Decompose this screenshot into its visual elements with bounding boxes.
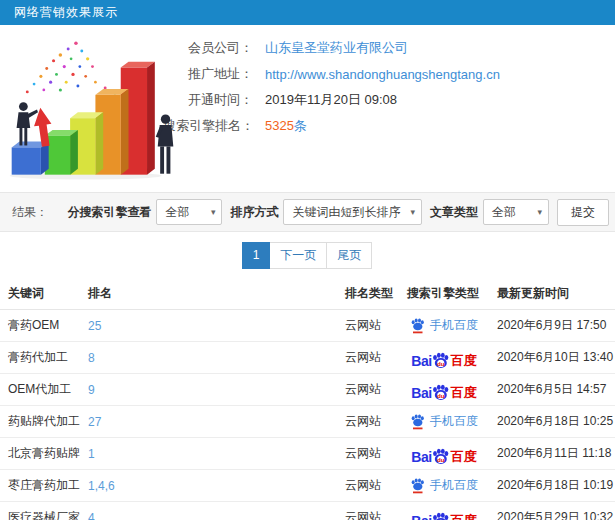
engine-cell: 手机百度 Bai du 百度 bbox=[399, 374, 489, 406]
engine-filter-label: 分搜索引擎查看 bbox=[67, 204, 151, 221]
engine-cell: 手机百度 Bai du 百度 bbox=[399, 470, 489, 502]
baidu-logo-du: du bbox=[437, 391, 445, 398]
submit-button[interactable]: 提交 bbox=[557, 199, 609, 226]
rank-link[interactable]: 1 bbox=[88, 447, 95, 461]
table-row: 枣庄膏药加工 1,4,6 云网站 手机百度 Bai bbox=[0, 470, 615, 502]
engine-cell: 手机百度 Bai du 百度 bbox=[399, 502, 489, 520]
baidu-logo: Bai du 百度 bbox=[411, 379, 476, 400]
table-row: 医疗器械厂家 4 云网站 手机百度 Bai bbox=[0, 502, 615, 520]
title-bar: 网络营销效果展示 bbox=[0, 0, 615, 25]
rank-count-value: 5325条 bbox=[265, 117, 307, 135]
keyword-cell: 膏药代加工 bbox=[0, 342, 80, 374]
keyword-cell: 药贴牌代加工 bbox=[0, 406, 80, 438]
baidu-logo: Bai du 百度 bbox=[411, 443, 476, 464]
baidu-logo-bai: Bai bbox=[411, 386, 431, 400]
engine-filter-select[interactable]: 全部 ▾ bbox=[156, 199, 222, 225]
table-row: 药贴牌代加工 27 云网站 手机百度 Bai bbox=[0, 406, 615, 438]
promo-url-link[interactable]: http://www.shandonghuangshengtang.cn bbox=[265, 67, 500, 82]
keyword-cell: 枣庄膏药加工 bbox=[0, 470, 80, 502]
rank-type-cell: 云网站 bbox=[337, 406, 399, 438]
col-header-updated: 最新更新时间 bbox=[489, 278, 615, 310]
baidu-logo: Bai du 百度 bbox=[411, 347, 476, 368]
info-row-company: 会员公司： 山东皇圣堂药业有限公司 bbox=[163, 35, 615, 61]
table-row: 膏药OEM 25 云网站 手机百度 Bai bbox=[0, 310, 615, 342]
engine-cell: 手机百度 Bai du 百度 bbox=[399, 310, 489, 342]
rank-link[interactable]: 27 bbox=[88, 415, 101, 429]
baidu-paw-icon: du bbox=[431, 351, 450, 370]
engine-filter-value: 全部 bbox=[165, 204, 189, 221]
baidu-logo-du: du bbox=[437, 359, 445, 366]
article-type-select[interactable]: 全部 ▾ bbox=[483, 199, 549, 225]
col-header-keyword: 关键词 bbox=[0, 278, 80, 310]
updated-cell: 2020年6月9日 17:50 bbox=[489, 310, 615, 342]
updated-cell: 2020年5月29日 10:32 bbox=[489, 502, 615, 520]
updated-cell: 2020年6月5日 14:57 bbox=[489, 374, 615, 406]
updated-cell: 2020年6月18日 10:19 bbox=[489, 470, 615, 502]
rank-link[interactable]: 9 bbox=[88, 383, 95, 397]
engine-cell: 手机百度 Bai du 百度 bbox=[399, 342, 489, 374]
chevron-down-icon: ▾ bbox=[211, 207, 216, 217]
baidu-logo-cn: 百度 bbox=[451, 514, 477, 520]
article-type-value: 全部 bbox=[492, 204, 516, 221]
updated-cell: 2020年6月10日 13:40 bbox=[489, 342, 615, 374]
baidu-logo-bai: Bai bbox=[411, 354, 431, 368]
baidu-logo: Bai du 百度 bbox=[411, 507, 476, 520]
sort-value: 关键词由短到长排序 bbox=[292, 204, 400, 221]
rank-cell: 27 bbox=[80, 406, 337, 438]
info-row-rank-count: 搜索引擎排名： 5325条 bbox=[163, 113, 615, 139]
keyword-cell: 医疗器械厂家 bbox=[0, 502, 80, 520]
baidu-paw-icon: du bbox=[431, 447, 450, 466]
account-info-section: 会员公司： 山东皇圣堂药业有限公司 推广地址： http://www.shand… bbox=[0, 25, 615, 192]
baidu-paw-icon: du bbox=[431, 511, 450, 520]
rank-cell: 9 bbox=[80, 374, 337, 406]
next-page-button[interactable]: 下一页 bbox=[269, 242, 327, 269]
updated-cell: 2020年6月11日 11:18 bbox=[489, 438, 615, 470]
last-page-button[interactable]: 尾页 bbox=[326, 242, 372, 269]
engine-cell: 手机百度 Bai du 百度 bbox=[399, 438, 489, 470]
rank-link[interactable]: 8 bbox=[88, 351, 95, 365]
rank-count-number: 5325 bbox=[265, 118, 294, 133]
rank-type-cell: 云网站 bbox=[337, 374, 399, 406]
growth-chart-illustration bbox=[0, 25, 163, 192]
chevron-down-icon: ▾ bbox=[410, 207, 415, 217]
page-button-current[interactable]: 1 bbox=[242, 242, 271, 269]
rank-type-cell: 云网站 bbox=[337, 470, 399, 502]
baidu-paw-icon bbox=[410, 413, 425, 430]
col-header-rank-type: 排名类型 bbox=[337, 278, 399, 310]
rank-link[interactable]: 25 bbox=[88, 319, 101, 333]
baidu-paw-icon bbox=[410, 317, 425, 334]
table-header-row: 关键词 排名 排名类型 搜索引擎类型 最新更新时间 bbox=[0, 278, 615, 310]
baidu-logo-bai: Bai bbox=[411, 514, 431, 520]
rank-type-cell: 云网站 bbox=[337, 502, 399, 520]
table-body: 膏药OEM 25 云网站 手机百度 Bai bbox=[0, 310, 615, 520]
baidu-logo-cn: 百度 bbox=[451, 386, 477, 400]
bar-green bbox=[45, 130, 78, 175]
baidu-paw-icon: du bbox=[431, 383, 450, 402]
filter-bar: 结果： 分搜索引擎查看 全部 ▾ 排序方式 关键词由短到长排序 ▾ 文章类型 全… bbox=[0, 192, 615, 232]
keyword-cell: 膏药OEM bbox=[0, 310, 80, 342]
col-header-rank: 排名 bbox=[80, 278, 337, 310]
baidu-logo-bai: Bai bbox=[411, 450, 431, 464]
sort-label: 排序方式 bbox=[230, 204, 278, 221]
rank-link[interactable]: 1,4,6 bbox=[88, 479, 115, 493]
mobile-baidu-label: 手机百度 bbox=[430, 477, 478, 494]
rank-type-cell: 云网站 bbox=[337, 438, 399, 470]
mobile-baidu-logo: 手机百度 bbox=[410, 411, 478, 432]
sort-select[interactable]: 关键词由短到长排序 ▾ bbox=[283, 199, 422, 225]
rank-cell: 1,4,6 bbox=[80, 470, 337, 502]
company-link[interactable]: 山东皇圣堂药业有限公司 bbox=[265, 39, 408, 57]
baidu-logo-du: du bbox=[437, 455, 445, 462]
info-row-url: 推广地址： http://www.shandonghuangshengtang.… bbox=[163, 61, 615, 87]
rank-cell: 1 bbox=[80, 438, 337, 470]
rank-type-cell: 云网站 bbox=[337, 342, 399, 374]
rank-link[interactable]: 4 bbox=[88, 511, 95, 520]
businessman-left-figure bbox=[17, 102, 38, 145]
rank-cell: 25 bbox=[80, 310, 337, 342]
mobile-baidu-label: 手机百度 bbox=[430, 413, 478, 430]
article-type-label: 文章类型 bbox=[430, 204, 478, 221]
updated-cell: 2020年6月18日 10:25 bbox=[489, 406, 615, 438]
chevron-down-icon: ▾ bbox=[537, 207, 542, 217]
pagination: 1 下一页 尾页 bbox=[0, 232, 615, 278]
table-row: OEM代加工 9 云网站 手机百度 Bai bbox=[0, 374, 615, 406]
baidu-logo-cn: 百度 bbox=[451, 354, 477, 368]
